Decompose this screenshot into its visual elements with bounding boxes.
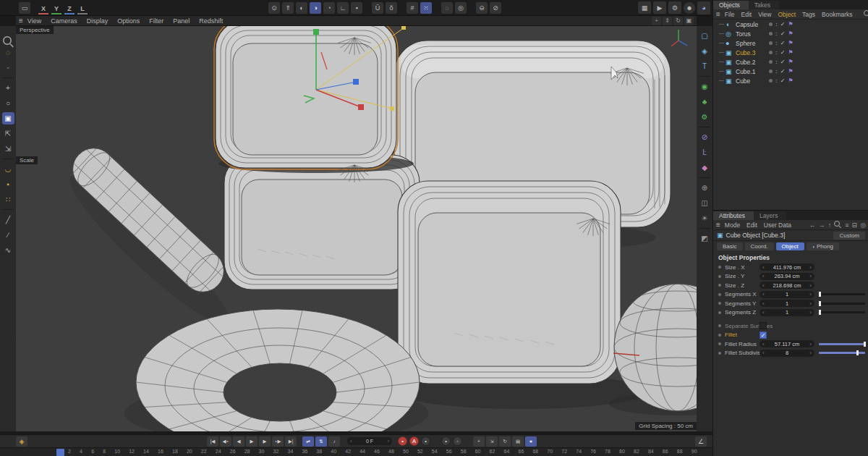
animation-dot-icon[interactable] [718,352,721,355]
quantize-grid-icon[interactable]: ⁙ [420,2,432,14]
pen-tool[interactable]: ╱ [2,214,14,226]
cube-primitive-icon[interactable]: ◈ [699,45,711,57]
phong-tag-icon[interactable]: ⚑ [788,59,793,65]
layout-switch-icon[interactable]: ◕ [697,1,710,14]
segments-z-slider[interactable] [819,309,865,316]
knife-tool[interactable]: ∕ [2,229,14,241]
scale-tool[interactable]: ▣ [2,112,14,124]
slider-handle[interactable] [819,301,821,306]
enabled-check-icon[interactable]: ✓ [780,68,786,75]
visibility-dot-icon[interactable] [769,69,773,73]
frame-tick[interactable]: 62 [490,449,495,454]
fcurve-editor-icon[interactable]: ∠ [695,436,707,447]
stepper-right-arrow[interactable]: › [809,309,812,316]
sound-toggle[interactable]: ♪ [328,436,340,447]
animation-dot-icon[interactable] [718,293,721,296]
prev-key-button[interactable]: ◀∘ [220,436,231,447]
frame-tick[interactable]: 16 [158,449,163,454]
segments-z-field[interactable]: ‹1› [760,309,814,316]
visibility-dots-icon[interactable]: : [775,68,778,75]
animation-dot-icon[interactable] [718,266,721,269]
stepper-right-arrow[interactable]: › [809,273,812,279]
object-row-cube-3[interactable]: ▣Cube.3:✓⚑ [713,48,868,57]
sky-icon[interactable]: ⊕ [699,182,711,194]
keyframe-diamond-icon[interactable]: ◈ [16,436,27,447]
visibility-dots-icon[interactable]: : [775,40,778,46]
record-pla-toggle[interactable]: ∗ [525,436,537,447]
enabled-check-icon[interactable]: ✓ [780,77,786,84]
stepper-right-arrow[interactable]: › [809,264,812,271]
frame-tick[interactable]: 2 [68,449,71,454]
frame-tick[interactable]: 12 [129,449,135,454]
frame-tick[interactable]: 90 [692,449,697,454]
fillet-subdivision-slider[interactable] [819,350,865,357]
axis-corner-icon[interactable]: ∟ [337,2,349,14]
frame-tick[interactable]: 82 [634,449,639,454]
effector-icon[interactable]: ⚙ [699,111,711,123]
attribute-tab-coord[interactable]: Coord. [745,242,774,250]
frame-tick[interactable]: 72 [561,449,567,454]
current-frame-field[interactable]: ‹ 0 F › [347,437,392,445]
render-picture-viewer-icon[interactable]: ▶ [653,1,666,14]
tab-attributes[interactable]: Attributes [713,211,754,220]
visibility-dots-icon[interactable]: : [775,77,778,84]
frame-inc-arrow[interactable]: › [388,439,389,444]
phong-tag-icon[interactable]: ⚑ [788,49,793,56]
frame-tick[interactable]: 6 [91,449,94,454]
frame-tick[interactable]: 14 [143,449,149,454]
frame-tick[interactable]: 22 [201,449,207,454]
fillet-checkbox[interactable]: ✓ [760,332,767,339]
frame-tick[interactable]: 24 [216,449,221,454]
stepper-left-arrow[interactable]: ‹ [762,350,765,356]
stepper-right-arrow[interactable]: › [809,291,812,297]
stepper-left-arrow[interactable]: ‹ [762,264,765,271]
play-button[interactable]: ▶ [246,436,258,447]
stepper-right-arrow[interactable]: › [809,341,812,347]
objects-menu-tags[interactable]: Tags [802,11,815,18]
size-z-field[interactable]: ‹218.698 cm› [760,282,814,289]
spline-rectangle-icon[interactable]: ▢ [699,30,711,42]
phong-tag-icon[interactable]: ⚑ [788,68,793,75]
frame-tick[interactable]: 4 [80,449,82,454]
visibility-dot-icon[interactable] [769,60,773,64]
tab-layers[interactable]: Layers [754,211,787,220]
visibility-dot-icon[interactable] [769,22,773,26]
size-x-field[interactable]: ‹411.976 cm› [760,263,814,271]
mograph-falloff-icon[interactable]: Ŀ [699,146,711,159]
frame-tick[interactable]: 70 [547,449,553,454]
objects-menu-icon[interactable]: ≡ [716,10,720,18]
keyframe-selection-button[interactable]: • [421,436,430,446]
stepper-left-arrow[interactable]: ‹ [762,273,765,279]
live-selection-tool[interactable]: ◌ [2,46,14,59]
target-icon[interactable]: ◎ [860,221,866,229]
segments-y-slider[interactable] [819,300,865,307]
frame-tick[interactable]: 56 [446,449,452,454]
frame-tick[interactable]: 54 [432,449,438,454]
keyframe-param-button[interactable]: ◦ [453,436,462,446]
record-keyframe-button[interactable]: • [398,436,407,446]
axis-z-button[interactable]: Z [64,4,75,14]
phong-tag-icon[interactable]: ⚑ [788,21,793,28]
objects-menu-file[interactable]: File [725,11,735,18]
axis-transfer-tool[interactable]: ⇱ [2,127,14,140]
frame-tick[interactable]: 8 [103,449,106,454]
segments-x-field[interactable]: ‹1› [760,291,814,298]
viewport-menu-redshift[interactable]: Redshift [199,17,223,25]
stepper-right-arrow[interactable]: › [809,300,812,307]
record-rotation-toggle[interactable]: ↻ [499,436,511,447]
record-scale-toggle[interactable]: ⇲ [486,436,498,447]
frame-tick[interactable]: 86 [663,449,668,454]
shading-half-icon[interactable]: ◐ [296,2,307,14]
frame-tick[interactable]: 18 [172,449,178,454]
zoom-view-icon[interactable]: ⇕ [663,17,672,25]
fracture-icon[interactable]: ♣ [699,96,711,108]
frame-tick[interactable]: 64 [504,449,510,454]
search-commander-icon[interactable] [3,36,15,48]
render-settings-icon[interactable]: ⚙ [668,1,681,14]
timeline-playhead[interactable] [56,449,64,456]
undo-box-icon[interactable]: ▭ [19,2,30,14]
stepper-left-arrow[interactable]: ‹ [762,309,765,316]
stepper-left-arrow[interactable]: ‹ [762,341,765,347]
rotate-view-icon[interactable]: ↻ [673,17,683,25]
frame-tick[interactable]: 50 [403,449,409,454]
